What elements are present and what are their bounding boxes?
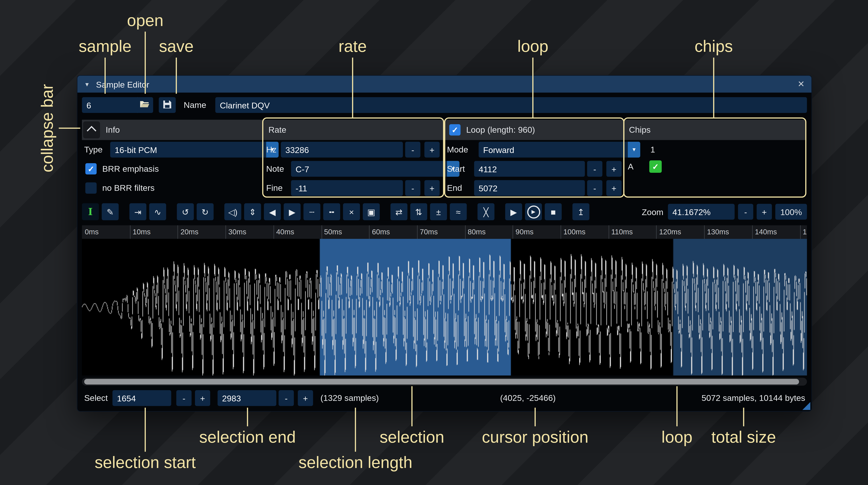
ruler-label: 40ms (276, 228, 294, 236)
selection-start-minus-button[interactable]: - (176, 390, 192, 406)
fade-in-button[interactable]: ◀ (264, 203, 281, 220)
edit-mode-button[interactable]: I (82, 203, 99, 220)
waveform-display[interactable] (82, 239, 807, 376)
note-select[interactable]: C-7 ▼ (291, 161, 459, 177)
amplify-button[interactable]: ◁) (224, 203, 241, 220)
annotation-chips: chips (694, 37, 733, 56)
loop-end-plus-button[interactable]: + (607, 180, 622, 196)
fine-plus-button[interactable]: + (425, 180, 440, 196)
sample-toolbar: I✎⇥∿↺↻◁)⇕◀▶┄╍×▣⇄⇅±≈╳▶▶■↥ Zoom 41.1672% -… (82, 203, 807, 221)
invert-icon: ⇅ (415, 207, 422, 216)
resize-button[interactable]: ⇥ (129, 203, 146, 220)
collapse-bar-button[interactable] (83, 122, 100, 138)
hz-input[interactable]: 33286 (281, 142, 403, 158)
invert-button[interactable]: ⇅ (410, 203, 427, 220)
window-collapse-icon[interactable]: ▼ (84, 81, 90, 87)
selection-start-input[interactable]: 1654 (113, 390, 172, 406)
zoom-out-button[interactable]: - (738, 204, 753, 220)
selection-end-plus-button[interactable]: + (298, 390, 313, 406)
loop-end-minus-button[interactable]: - (587, 180, 602, 196)
titlebar[interactable]: ▼ Sample Editor ✕ (78, 76, 811, 93)
timeline-ruler: 0ms10ms20ms30ms40ms50ms60ms70ms80ms90ms1… (82, 225, 807, 239)
info-header: Info (106, 122, 120, 138)
ruler-label: 80ms (468, 228, 486, 236)
select-label: Select (84, 390, 108, 406)
ruler-label: 60ms (372, 228, 390, 236)
open-folder-icon (140, 100, 150, 110)
close-button[interactable]: ✕ (798, 79, 805, 89)
annotation-loop-region: loop (661, 428, 692, 447)
annotation-line (355, 408, 356, 452)
resample-button[interactable]: ∿ (149, 203, 166, 220)
stop-preview-button[interactable]: ■ (545, 203, 562, 220)
filter-button[interactable]: ≈ (450, 203, 467, 220)
desktop-background: ▼ Sample Editor ✕ 6 ▼ Name Clarinet DQV (0, 0, 868, 485)
hz-plus-button[interactable]: + (425, 142, 440, 158)
loop-end-input[interactable]: 5072 (474, 180, 585, 196)
draw-icon: ✎ (106, 207, 114, 216)
preview-selection-button[interactable]: ▶ (525, 203, 542, 220)
waveform-scrollbar[interactable] (82, 378, 807, 386)
ruler-tick (513, 225, 513, 239)
ruler-tick (225, 225, 226, 239)
ruler-tick (704, 225, 705, 239)
window-resize-grip[interactable] (802, 402, 810, 410)
preview-selection-icon: ▶ (527, 205, 540, 218)
export-icon: ↥ (578, 207, 585, 216)
name-value: Clarinet DQV (220, 100, 270, 110)
loop-start-plus-button[interactable]: + (607, 161, 622, 177)
loop-mode-select[interactable]: Forward ▼ (478, 142, 640, 158)
note-label: Note (266, 161, 284, 177)
zoom-reset-button[interactable]: 100% (775, 204, 807, 220)
loop-start-label: Start (447, 161, 465, 177)
zoom-in-button[interactable]: + (757, 204, 772, 220)
zoom-value: 41.1672% (673, 207, 711, 217)
ruler-tick (561, 225, 561, 239)
chip-enable-checkbox[interactable]: ✓ (649, 160, 662, 173)
hz-minus-button[interactable]: - (405, 142, 421, 158)
apply-silence-button[interactable]: ╍ (323, 203, 340, 220)
fine-input[interactable]: -11 (291, 180, 403, 196)
sign-invert-button[interactable]: ± (430, 203, 447, 220)
reverse-icon: ⇄ (396, 207, 403, 216)
type-label: Type (84, 142, 102, 158)
export-button[interactable]: ↥ (572, 203, 589, 220)
ruler-tick (273, 225, 274, 239)
insert-silence-button[interactable]: ┄ (304, 203, 320, 220)
delete-button[interactable]: × (343, 203, 360, 220)
loop-start-minus-button[interactable]: - (587, 161, 602, 177)
reverse-button[interactable]: ⇄ (391, 203, 407, 220)
chevron-down-icon[interactable]: ▼ (628, 142, 640, 158)
fade-out-button[interactable]: ▶ (284, 203, 301, 220)
type-select[interactable]: 16-bit PCM ▼ (110, 142, 279, 158)
name-input[interactable]: Clarinet DQV (215, 97, 807, 113)
selection-end-input[interactable]: 2983 (218, 390, 276, 406)
annotation-open: open (127, 11, 163, 30)
zoom-input[interactable]: 41.1672% (668, 204, 735, 220)
brr-emphasis-checkbox[interactable]: ✓ (85, 163, 97, 174)
open-button[interactable] (136, 97, 153, 113)
ruler-label: 140ms (755, 228, 777, 236)
zoom-controls: Zoom 41.1672% - + 100% (642, 204, 807, 220)
no-brr-filters-checkbox[interactable] (85, 182, 97, 194)
draw-button[interactable]: ✎ (102, 203, 119, 220)
redo-button[interactable]: ↻ (197, 203, 214, 220)
undo-button[interactable]: ↺ (177, 203, 194, 220)
preview-button[interactable]: ▶ (505, 203, 522, 220)
scrollbar-thumb[interactable] (84, 379, 799, 385)
fine-minus-button[interactable]: - (405, 180, 421, 196)
selection-start-plus-button[interactable]: + (195, 390, 210, 406)
ruler-tick (417, 225, 417, 239)
loop-start-input[interactable]: 4112 (474, 161, 585, 177)
trim-button[interactable]: ▣ (363, 203, 380, 220)
ruler-label: 10ms (133, 228, 151, 236)
normalize-button[interactable]: ⇕ (244, 203, 261, 220)
loop-enable-checkbox[interactable]: ✓ (449, 124, 461, 135)
rate-header: Rate (268, 122, 286, 138)
crossfade-button[interactable]: ╳ (477, 203, 495, 220)
resample-icon: ∿ (154, 207, 161, 216)
cursor-position-text: (4025, -25466) (500, 390, 556, 406)
save-button[interactable] (159, 97, 176, 113)
sign-invert-icon: ± (436, 207, 441, 216)
selection-end-minus-button[interactable]: - (279, 390, 294, 406)
